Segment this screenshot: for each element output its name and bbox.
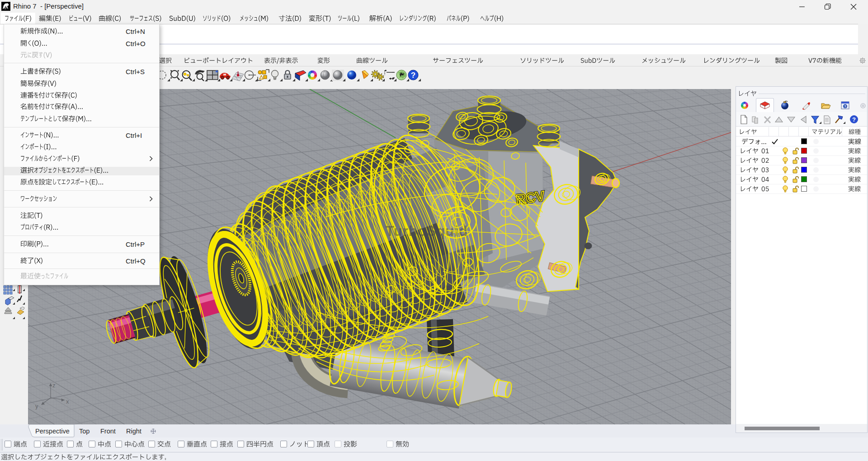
- svg-text:?: ?: [844, 104, 846, 108]
- svg-text:x: x: [66, 398, 69, 405]
- svg-text:?: ?: [411, 71, 415, 80]
- svg-text:?: ?: [852, 116, 856, 123]
- svg-text:y: y: [35, 403, 38, 409]
- svg-text:z: z: [52, 382, 56, 389]
